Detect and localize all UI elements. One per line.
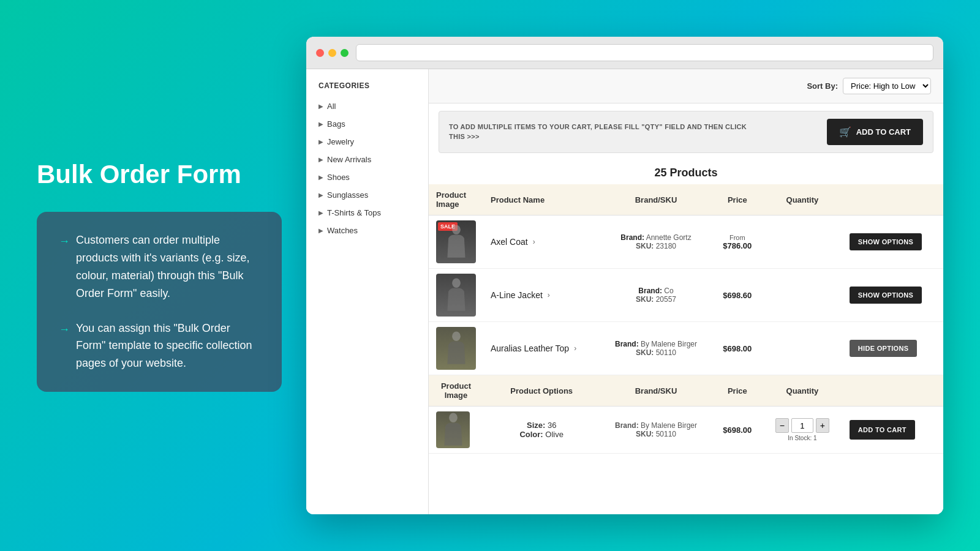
- options-action-cell: ADD TO CART: [842, 407, 943, 454]
- chevron-icon: ▶: [318, 121, 323, 127]
- qty-stepper: − +: [770, 418, 835, 433]
- address-bar[interactable]: [356, 44, 933, 61]
- brand-label: Brand:: [615, 340, 641, 348]
- products-table: Product Image Product Name Brand/SKU Pri…: [429, 184, 943, 454]
- options-header-row: Product Image Product Options Brand/SKU …: [429, 375, 943, 407]
- hide-options-button[interactable]: HIDE OPTIONS: [850, 340, 917, 357]
- browser-titlebar: [306, 37, 943, 69]
- qty-input[interactable]: [791, 418, 813, 433]
- product-figure: [441, 223, 472, 260]
- sidebar-item-tshirts[interactable]: ▶ T-Shirts & Tops: [306, 204, 428, 222]
- options-col-brand: Brand/SKU: [600, 375, 712, 407]
- product-image-cell: [429, 269, 483, 322]
- sku-label: SKU:: [636, 242, 656, 250]
- action-cell: HIDE OPTIONS: [842, 322, 943, 375]
- brand-label: Brand:: [620, 233, 646, 242]
- product-name-cell: Axel Coat ›: [483, 216, 600, 269]
- options-col-qty: Quantity: [763, 375, 842, 407]
- product-image-cell: [429, 322, 483, 375]
- brand-value: Annette Gortz: [646, 233, 692, 242]
- options-col-options: Product Options: [483, 375, 600, 407]
- col-header-action: [842, 184, 943, 216]
- browser-content: CATEGORIES ▶ All ▶ Bags ▶ Jewelry ▶ New …: [306, 69, 943, 514]
- close-button[interactable]: [316, 49, 324, 57]
- sku-value: 50110: [656, 430, 676, 438]
- qty-cell: [763, 269, 842, 322]
- sidebar-title: CATEGORIES: [306, 81, 428, 97]
- chevron-icon: ▶: [318, 192, 323, 198]
- sidebar-item-new-arrivals[interactable]: ▶ New Arrivals: [306, 151, 428, 168]
- cart-banner-text: TO ADD MULTIPLE ITEMS TO YOUR CART, PLEA…: [449, 122, 755, 141]
- options-detail-row: Size: 36 Color: Olive Brand: By Malene B…: [429, 407, 943, 454]
- sidebar-item-shoes[interactable]: ▶ Shoes: [306, 168, 428, 186]
- product-figure: [441, 330, 472, 367]
- expand-product-button[interactable]: ›: [574, 344, 576, 353]
- price-cell: $698.00: [712, 322, 763, 375]
- col-header-brand: Brand/SKU: [600, 184, 712, 216]
- bullet-1: → Customers can order multiple products …: [59, 231, 260, 302]
- chevron-icon: ▶: [318, 156, 323, 163]
- option-product-image: [436, 411, 470, 448]
- show-options-button[interactable]: SHOW OPTIONS: [850, 287, 922, 304]
- price-cell: $698.60: [712, 269, 763, 322]
- sidebar-item-jewelry[interactable]: ▶ Jewelry: [306, 133, 428, 151]
- sidebar-item-sunglasses[interactable]: ▶ Sunglasses: [306, 186, 428, 204]
- brand-value: By Malene Birger: [641, 421, 697, 430]
- maximize-button[interactable]: [341, 49, 349, 57]
- arrow-icon-1: →: [59, 233, 70, 302]
- options-col-action: [842, 375, 943, 407]
- minimize-button[interactable]: [328, 49, 336, 57]
- expand-product-button[interactable]: ›: [533, 238, 535, 246]
- options-qty-cell: − + In Stock: 1: [763, 407, 842, 454]
- sku-value: 20557: [656, 295, 676, 304]
- cart-banner: TO ADD MULTIPLE ITEMS TO YOUR CART, PLEA…: [439, 111, 933, 153]
- sku-value: 23180: [656, 242, 676, 250]
- add-to-cart-button[interactable]: ADD TO CART: [850, 420, 915, 440]
- qty-decrease-button[interactable]: −: [775, 418, 789, 433]
- sidebar-item-bags[interactable]: ▶ Bags: [306, 115, 428, 133]
- svg-point-1: [452, 279, 461, 288]
- col-header-price: Price: [712, 184, 763, 216]
- page-heading: Bulk Order Form: [37, 159, 282, 190]
- product-image: [436, 274, 476, 317]
- sku-value: 50110: [656, 348, 676, 357]
- product-name-expand: A-Line Jacket ›: [491, 290, 592, 300]
- sidebar-item-watches[interactable]: ▶ Watches: [306, 222, 428, 239]
- table-row: SALE Axel Coat ›: [429, 216, 943, 269]
- info-box: → Customers can order multiple products …: [37, 212, 282, 392]
- products-count: 25 Products: [429, 160, 943, 184]
- product-image: SALE: [436, 220, 476, 263]
- expand-product-button[interactable]: ›: [548, 291, 550, 299]
- col-header-image: Product Image: [429, 184, 483, 216]
- svg-point-0: [452, 225, 461, 234]
- chevron-icon: ▶: [318, 209, 323, 216]
- options-col-image: Product Image: [429, 375, 483, 407]
- sidebar: CATEGORIES ▶ All ▶ Bags ▶ Jewelry ▶ New …: [306, 69, 429, 514]
- brand-sku-cell: Brand: By Malene Birger SKU: 50110: [600, 322, 712, 375]
- option-color: Color: Olive: [491, 430, 592, 439]
- price-cell: From $786.00: [712, 216, 763, 269]
- svg-point-3: [449, 413, 458, 422]
- chevron-icon: ▶: [318, 103, 323, 110]
- product-image-cell: SALE: [429, 216, 483, 269]
- show-options-button[interactable]: SHOW OPTIONS: [850, 233, 922, 250]
- product-name-expand: Axel Coat ›: [491, 237, 592, 247]
- qty-increase-button[interactable]: +: [816, 418, 829, 433]
- action-cell: SHOW OPTIONS: [842, 216, 943, 269]
- product-name-cell: Auralias Leather Top ›: [483, 322, 600, 375]
- options-price-cell: $698.00: [712, 407, 763, 454]
- brand-value: Co: [664, 287, 673, 295]
- sku-label: SKU:: [636, 295, 656, 304]
- product-figure: [438, 411, 469, 448]
- chevron-icon: ▶: [318, 227, 323, 234]
- sidebar-item-all[interactable]: ▶ All: [306, 97, 428, 115]
- options-brand-sku-cell: Brand: By Malene Birger SKU: 50110: [600, 407, 712, 454]
- arrow-icon-2: →: [59, 321, 70, 372]
- brand-value: By Malene Birger: [641, 340, 697, 348]
- brand-label: Brand:: [638, 287, 664, 295]
- option-price: $698.00: [723, 425, 752, 435]
- add-to-cart-banner-button[interactable]: 🛒 ADD TO CART: [827, 119, 923, 145]
- brand-sku-cell: Brand: Annette Gortz SKU: 23180: [600, 216, 712, 269]
- sort-select[interactable]: Price: High to Low Price: Low to High Na…: [843, 78, 931, 94]
- table-header-row: Product Image Product Name Brand/SKU Pri…: [429, 184, 943, 216]
